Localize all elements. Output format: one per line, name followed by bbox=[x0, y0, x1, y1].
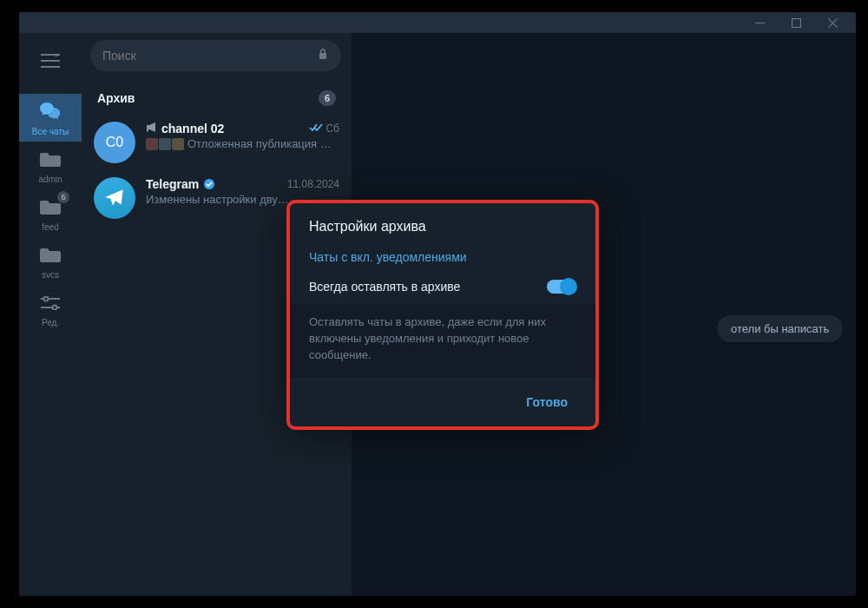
search-row bbox=[82, 33, 352, 78]
close-button[interactable] bbox=[814, 12, 851, 33]
rail-badge: 6 bbox=[57, 191, 69, 203]
chat-name: Telegram bbox=[146, 177, 199, 191]
dialog-footer: Готово bbox=[290, 378, 595, 426]
rail-item-feed[interactable]: 6 feed bbox=[19, 189, 82, 237]
lock-icon[interactable] bbox=[317, 48, 329, 63]
folder-icon bbox=[39, 244, 62, 267]
minimize-button[interactable] bbox=[741, 12, 778, 33]
archive-settings-dialog: Настройки архива Чаты с вкл. уведомления… bbox=[286, 200, 599, 430]
rail-item-edit[interactable]: Ред. bbox=[19, 285, 82, 333]
maximize-button[interactable] bbox=[778, 12, 814, 33]
chat-time: 11.08.2024 bbox=[287, 178, 339, 190]
rail-label: Все чаты bbox=[32, 127, 69, 136]
rail-item-admin[interactable]: admin bbox=[19, 142, 82, 189]
chat-name: channel 02 bbox=[161, 122, 224, 135]
chat-row[interactable]: C0 channel 02 Сб Отложе bbox=[82, 115, 352, 170]
folder-icon bbox=[39, 149, 62, 171]
search-input[interactable] bbox=[102, 49, 308, 63]
folder-rail: Все чаты admin 6 feed svcs Ред. bbox=[19, 33, 82, 596]
avatar bbox=[94, 177, 135, 219]
chats-icon bbox=[39, 101, 62, 123]
sliders-icon bbox=[39, 292, 62, 314]
avatar: C0 bbox=[94, 122, 135, 163]
dialog-description: Оставлять чаты в архиве, даже если для н… bbox=[290, 304, 595, 378]
dialog-section-label: Чаты с вкл. уведомлениями bbox=[290, 247, 595, 273]
svg-point-7 bbox=[55, 54, 58, 56]
rail-label: Ред. bbox=[42, 318, 59, 327]
archive-count: 6 bbox=[319, 90, 336, 106]
svg-point-11 bbox=[53, 306, 57, 310]
svg-rect-1 bbox=[792, 18, 800, 27]
chat-time: Сб bbox=[326, 122, 339, 135]
dialog-title: Настройки архива bbox=[290, 203, 595, 247]
verified-icon bbox=[203, 178, 215, 190]
read-checks-icon bbox=[309, 122, 323, 135]
keep-in-archive-toggle[interactable] bbox=[547, 280, 576, 294]
archive-title: Архив bbox=[97, 91, 135, 105]
rail-label: feed bbox=[42, 222, 58, 232]
rail-label: svcs bbox=[42, 270, 59, 280]
empty-hint: отели бы написать bbox=[717, 315, 843, 342]
chat-preview: Отложенная публикация … bbox=[187, 137, 332, 150]
keep-in-archive-row[interactable]: Всегда оставлять в архиве bbox=[290, 273, 595, 304]
rail-label: admin bbox=[38, 175, 62, 184]
archive-header[interactable]: Архив 6 bbox=[82, 78, 352, 115]
titlebar bbox=[19, 12, 856, 33]
row-label: Всегда оставлять в архиве bbox=[309, 280, 460, 294]
search-box[interactable] bbox=[90, 40, 341, 71]
chat-preview: Изменены настройки дву… bbox=[146, 193, 289, 206]
rail-item-all-chats[interactable]: Все чаты bbox=[19, 94, 82, 142]
menu-button[interactable] bbox=[33, 43, 68, 78]
done-button[interactable]: Готово bbox=[517, 390, 576, 414]
chat-content: channel 02 Сб Отложенная публикация … bbox=[146, 122, 339, 163]
svg-point-9 bbox=[44, 297, 49, 301]
media-thumbs bbox=[146, 138, 184, 150]
rail-item-svcs[interactable]: svcs bbox=[19, 237, 82, 285]
megaphone-icon bbox=[146, 122, 157, 135]
